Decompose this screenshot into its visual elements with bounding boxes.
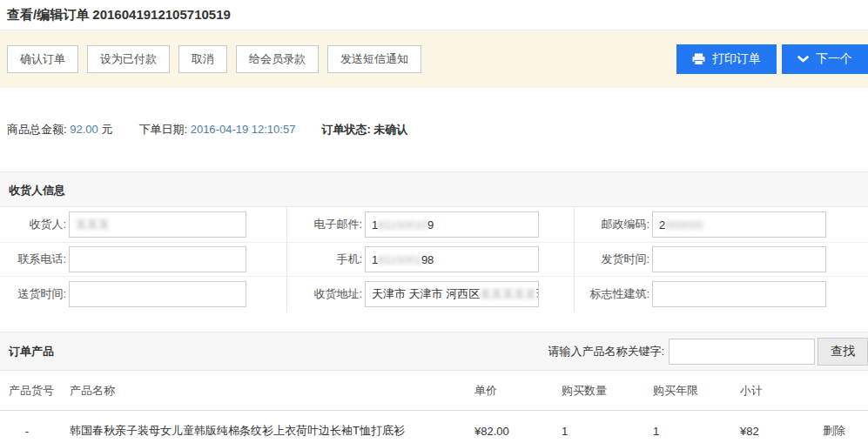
order-summary: 商品总金额: 92.00 元 下单日期: 2016-04-19 12:10:57… [0, 88, 868, 171]
printer-icon [692, 53, 705, 65]
mobile-input[interactable]: 1811500198 [365, 246, 539, 272]
field-delivery-time-label: 送货时间: [3, 286, 66, 302]
order-status-value: 未确认 [373, 123, 407, 136]
next-order-button[interactable]: 下一个 [782, 44, 868, 74]
product-search-input[interactable] [669, 339, 815, 365]
field-email-label: 电子邮件: [291, 217, 362, 232]
confirm-order-button[interactable]: 确认订单 [7, 45, 78, 73]
order-action-buttons: 确认订单 设为已付款 取消 给会员录款 发送短信通知 [7, 45, 430, 73]
action-toolbar: 确认订单 设为已付款 取消 给会员录款 发送短信通知 打印订单 下一个 [0, 30, 868, 88]
col-name: 产品名称 [70, 383, 474, 399]
col-years: 购买年限 [653, 383, 740, 399]
col-sku: 产品货号 [9, 383, 70, 399]
order-total-label: 商品总金额: [7, 123, 67, 136]
field-phone: 联系电话: [0, 242, 287, 277]
consignee-name-input[interactable]: 某某某 [69, 211, 246, 238]
order-status: 订单状态: 未确认 [321, 122, 407, 138]
phone-input[interactable] [69, 246, 246, 272]
products-section-header: 订单产品 请输入产品名称关键字: 查找 [0, 332, 868, 371]
field-address: 收货地址: 天津市 天津市 河西区某某某某某现 [287, 277, 575, 312]
col-subtotal: 小计 [740, 383, 823, 399]
field-postcode-label: 邮政编码: [578, 217, 649, 232]
nav-action-buttons: 打印订单 下一个 [676, 44, 868, 74]
field-consignee: 收货人: 某某某 [0, 207, 287, 242]
consignee-fields: 收货人: 某某某 电子邮件: 1811500109 邮政编码: 2000000 … [0, 207, 868, 312]
print-order-button[interactable]: 打印订单 [676, 44, 777, 74]
field-delivery-time: 送货时间: [0, 277, 287, 312]
product-name: 韩国春秋亲子装母女儿童韩版纯棉条纹衫上衣荷叶边长袖T恤打底衫 [70, 423, 474, 439]
order-date: 下单日期: 2016-04-19 12:10:57 [138, 122, 295, 138]
delete-product-link[interactable]: 删除 [823, 423, 868, 439]
product-qty: 1 [562, 425, 653, 438]
field-consignee-label: 收货人: [3, 217, 66, 232]
product-search-label: 请输入产品名称关键字: [548, 344, 664, 359]
email-input[interactable]: 1811500109 [365, 211, 539, 238]
section-gap [0, 312, 868, 332]
field-phone-label: 联系电话: [3, 252, 66, 267]
order-date-label: 下单日期: [138, 123, 187, 136]
order-status-label: 订单状态: [321, 123, 370, 136]
product-sku: - [9, 425, 70, 438]
postcode-input[interactable]: 2000000 [652, 211, 826, 238]
product-search: 请输入产品名称关键字: 查找 [548, 338, 868, 366]
ship-time-input[interactable] [652, 246, 826, 272]
products-table-header: 产品货号 产品名称 单价 购买数量 购买年限 小计 [0, 371, 868, 411]
delivery-time-input[interactable] [69, 281, 246, 307]
field-landmark-label: 标志性建筑: [578, 286, 649, 302]
field-mobile-label: 手机: [291, 252, 362, 267]
product-price: ¥82.00 [474, 425, 562, 438]
field-email: 电子邮件: 1811500109 [287, 207, 575, 242]
field-address-label: 收货地址: [291, 286, 362, 302]
field-ship-time-label: 发货时间: [578, 252, 649, 267]
order-date-value: 2016-04-19 12:10:57 [191, 123, 296, 136]
col-qty: 购买数量 [562, 383, 653, 399]
address-input[interactable]: 天津市 天津市 河西区某某某某某现 [365, 281, 539, 307]
field-ship-time: 发货时间: [575, 242, 868, 277]
send-sms-button[interactable]: 发送短信通知 [327, 45, 421, 73]
products-section-title: 订单产品 [9, 344, 54, 359]
order-total-unit: 元 [101, 123, 112, 136]
record-payment-button[interactable]: 给会员录款 [236, 45, 319, 73]
cancel-button[interactable]: 取消 [178, 45, 227, 73]
field-postcode: 邮政编码: 2000000 [575, 207, 868, 242]
consignee-section-title: 收货人信息 [0, 171, 868, 207]
field-mobile: 手机: 1811500198 [287, 242, 575, 277]
field-landmark: 标志性建筑: [575, 277, 868, 312]
print-order-label: 打印订单 [712, 51, 761, 67]
set-paid-button[interactable]: 设为已付款 [87, 45, 170, 73]
product-subtotal: ¥82 [740, 425, 823, 438]
table-row: - 韩国春秋亲子装母女儿童韩版纯棉条纹衫上衣荷叶边长袖T恤打底衫 ¥82.00 … [0, 411, 868, 443]
product-years: 1 [653, 425, 740, 438]
page-title: 查看/编辑订单 2016041912105710519 [0, 0, 868, 30]
landmark-input[interactable] [652, 281, 826, 307]
order-total: 商品总金额: 92.00 元 [7, 122, 112, 138]
next-order-label: 下一个 [816, 51, 852, 67]
order-total-value: 92.00 [70, 123, 98, 136]
chevron-down-icon [797, 56, 809, 63]
col-price: 单价 [474, 383, 562, 399]
search-button[interactable]: 查找 [818, 338, 868, 366]
